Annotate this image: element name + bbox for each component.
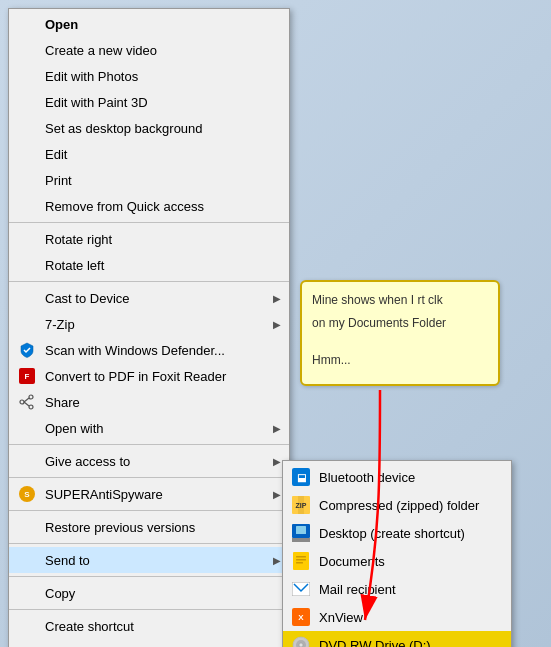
xnview-icon: X <box>291 607 311 627</box>
svg-point-1 <box>29 405 33 409</box>
documents-icon <box>291 551 311 571</box>
annotation-line3: Hmm... <box>312 352 488 369</box>
menu-item-share[interactable]: Share <box>9 389 289 415</box>
separator-5 <box>9 510 289 511</box>
sendto-submenu: ⬓ Bluetooth device ZIP Compressed (zippe… <box>282 460 512 647</box>
menu-item-rotate-right[interactable]: Rotate right <box>9 226 289 252</box>
separator-3 <box>9 444 289 445</box>
menu-item-edit-photos[interactable]: Edit with Photos <box>9 63 289 89</box>
menu-item-print[interactable]: Print <box>9 167 289 193</box>
desktop-shortcut-icon <box>291 523 311 543</box>
mail-icon <box>291 579 311 599</box>
menu-item-create-shortcut[interactable]: Create shortcut <box>9 613 289 639</box>
separator-1 <box>9 222 289 223</box>
annotation-line2: on my Documents Folder <box>312 315 488 332</box>
svg-rect-14 <box>296 562 303 564</box>
annotation-line1: Mine shows when I rt clk <box>312 292 488 309</box>
sendto-mail[interactable]: Mail recipient <box>283 575 511 603</box>
svg-rect-11 <box>293 552 309 570</box>
svg-text:ZIP: ZIP <box>296 502 307 509</box>
bluetooth-icon: ⬓ <box>291 467 311 487</box>
menu-item-7zip[interactable]: 7-Zip <box>9 311 289 337</box>
menu-item-give-access[interactable]: Give access to <box>9 448 289 474</box>
separator-7 <box>9 576 289 577</box>
separator-6 <box>9 543 289 544</box>
svg-point-18 <box>299 643 303 647</box>
menu-item-restore[interactable]: Restore previous versions <box>9 514 289 540</box>
dvd-icon <box>291 635 311 647</box>
menu-item-open[interactable]: Open <box>9 11 289 37</box>
svg-point-2 <box>20 400 24 404</box>
sendto-xnview[interactable]: X XnView <box>283 603 511 631</box>
svg-line-4 <box>24 402 29 406</box>
menu-item-create-video[interactable]: Create a new video <box>9 37 289 63</box>
menu-item-scan[interactable]: Scan with Windows Defender... <box>9 337 289 363</box>
svg-rect-12 <box>296 556 306 558</box>
separator-4 <box>9 477 289 478</box>
menu-item-cast[interactable]: Cast to Device <box>9 285 289 311</box>
svg-line-3 <box>24 398 29 402</box>
menu-item-convert-pdf[interactable]: F Convert to PDF in Foxit Reader <box>9 363 289 389</box>
sendto-desktop[interactable]: Desktop (create shortcut) <box>283 519 511 547</box>
shield-icon <box>17 340 37 360</box>
annotation-box: Mine shows when I rt clk on my Documents… <box>300 280 500 386</box>
sendto-dvd[interactable]: DVD RW Drive (D:) <box>283 631 511 647</box>
menu-item-rotate-left[interactable]: Rotate left <box>9 252 289 278</box>
menu-item-edit[interactable]: Edit <box>9 141 289 167</box>
separator-2 <box>9 281 289 282</box>
svg-rect-9 <box>292 538 310 542</box>
svg-point-0 <box>29 395 33 399</box>
sendto-documents[interactable]: Documents <box>283 547 511 575</box>
menu-item-open-location[interactable]: Open file location <box>9 639 289 647</box>
svg-rect-10 <box>296 526 306 534</box>
menu-item-send-to[interactable]: Send to <box>9 547 289 573</box>
menu-item-remove-quick[interactable]: Remove from Quick access <box>9 193 289 219</box>
menu-item-super[interactable]: S SUPERAntiSpyware <box>9 481 289 507</box>
svg-rect-13 <box>296 559 306 561</box>
superantispyware-icon: S <box>17 484 37 504</box>
context-menu: Open Create a new video Edit with Photos… <box>8 8 290 647</box>
menu-item-copy[interactable]: Copy <box>9 580 289 606</box>
menu-item-open-with[interactable]: Open with <box>9 415 289 441</box>
sendto-compressed[interactable]: ZIP Compressed (zipped) folder <box>283 491 511 519</box>
zip-icon: ZIP <box>291 495 311 515</box>
menu-item-set-desktop[interactable]: Set as desktop background <box>9 115 289 141</box>
foxit-icon: F <box>17 366 37 386</box>
menu-item-edit-paint3d[interactable]: Edit with Paint 3D <box>9 89 289 115</box>
share-icon <box>17 392 37 412</box>
separator-8 <box>9 609 289 610</box>
sendto-bluetooth[interactable]: ⬓ Bluetooth device <box>283 463 511 491</box>
